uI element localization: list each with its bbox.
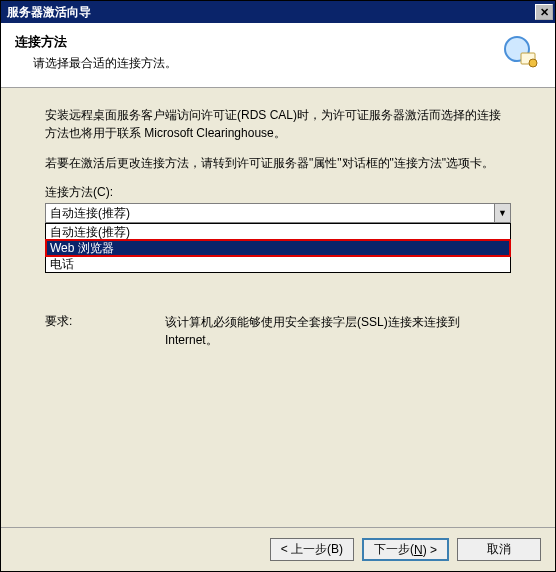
header-heading: 连接方法 — [15, 33, 501, 51]
certificate-icon — [501, 33, 541, 73]
connection-method-dropdown: 自动连接(推荐) Web 浏览器 电话 — [45, 223, 511, 273]
chevron-down-icon: ▼ — [494, 204, 510, 222]
wizard-window: 服务器激活向导 ✕ 连接方法 请选择最合适的连接方法。 安装远程桌面服务客户端访… — [0, 0, 556, 572]
close-button[interactable]: ✕ — [535, 4, 553, 20]
dropdown-option-phone[interactable]: 电话 — [46, 256, 510, 272]
wizard-header: 连接方法 请选择最合适的连接方法。 — [1, 23, 555, 88]
window-title: 服务器激活向导 — [7, 4, 535, 21]
requirements-label: 要求: — [45, 313, 165, 349]
requirements-row: 要求: 该计算机必须能够使用安全套接字层(SSL)连接来连接到 Internet… — [45, 313, 511, 349]
next-button-prefix: 下一步( — [374, 541, 414, 558]
wizard-body: 安装远程桌面服务客户端访问许可证(RDS CAL)时，为许可证服务器激活而选择的… — [1, 88, 555, 527]
header-subheading: 请选择最合适的连接方法。 — [33, 55, 501, 72]
titlebar: 服务器激活向导 ✕ — [1, 1, 555, 23]
connection-method-label: 连接方法(C): — [45, 184, 511, 201]
wizard-footer: < 上一步(B) 下一步(N) > 取消 — [1, 527, 555, 571]
intro-para-1: 安装远程桌面服务客户端访问许可证(RDS CAL)时，为许可证服务器激活而选择的… — [45, 106, 511, 142]
combo-selected-value: 自动连接(推荐) — [50, 205, 494, 222]
cancel-button[interactable]: 取消 — [457, 538, 541, 561]
requirements-text: 该计算机必须能够使用安全套接字层(SSL)连接来连接到 Internet。 — [165, 313, 511, 349]
dropdown-option-auto[interactable]: 自动连接(推荐) — [46, 224, 510, 240]
next-button-key: N — [414, 543, 423, 557]
header-text: 连接方法 请选择最合适的连接方法。 — [15, 33, 501, 73]
next-button-suffix: ) > — [423, 543, 437, 557]
next-button[interactable]: 下一步(N) > — [362, 538, 449, 561]
intro-para-2: 若要在激活后更改连接方法，请转到许可证服务器"属性"对话框的"连接方法"选项卡。 — [45, 154, 511, 172]
svg-point-2 — [529, 59, 537, 67]
dropdown-option-web[interactable]: Web 浏览器 — [46, 240, 510, 256]
back-button[interactable]: < 上一步(B) — [270, 538, 354, 561]
connection-method-combo[interactable]: 自动连接(推荐) ▼ — [45, 203, 511, 223]
